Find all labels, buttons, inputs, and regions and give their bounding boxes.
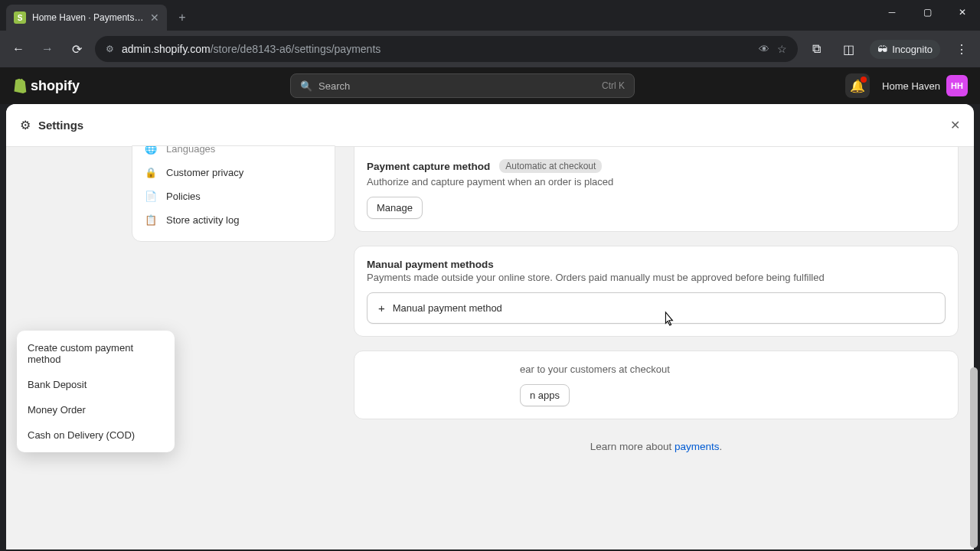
minimize-icon[interactable]: ─ (874, 0, 910, 24)
shopify-favicon: S (14, 11, 26, 24)
store-avatar: HH (946, 75, 968, 96)
dropdown-option-money-order[interactable]: Money Order (17, 397, 175, 422)
customize-desc: ear to your customers at checkout (520, 364, 946, 375)
capture-badge: Automatic at checkout (499, 159, 602, 173)
back-icon[interactable]: ← (8, 38, 29, 60)
site-info-icon[interactable]: ⚙ (106, 44, 114, 54)
tab-title: Home Haven · Payments · Shop (32, 12, 144, 23)
customize-apps-button[interactable]: n apps (520, 384, 570, 406)
settings-title: Settings (38, 119, 83, 132)
reload-icon[interactable]: ⟳ (66, 38, 87, 60)
new-tab-button[interactable]: + (172, 7, 193, 28)
close-tab-icon[interactable]: ✕ (150, 11, 159, 24)
document-icon: 📄 (145, 191, 157, 202)
extensions-icon[interactable]: ⧉ (805, 38, 827, 60)
capture-title: Payment capture method (367, 161, 490, 172)
incognito-chip[interactable]: 🕶 Incognito (870, 40, 940, 59)
incognito-icon: 🕶 (877, 44, 887, 55)
search-shortcut: Ctrl K (602, 80, 625, 91)
manual-method-dropdown: Create custom payment method Bank Deposi… (17, 331, 175, 452)
browser-tab[interactable]: S Home Haven · Payments · Shop ✕ (6, 5, 167, 31)
sidebar-item-label: Store activity log (166, 214, 239, 226)
notifications-button[interactable]: 🔔 (845, 73, 870, 98)
scrollbar-thumb[interactable] (970, 367, 978, 548)
sidebar-item-languages[interactable]: 🌐 Languages (132, 145, 335, 161)
gear-icon: ⚙ (20, 118, 31, 132)
lock-icon: 🔒 (145, 167, 157, 178)
sidebar-item-activity[interactable]: 📋 Store activity log (132, 208, 335, 232)
menu-icon[interactable]: ⋮ (951, 38, 972, 60)
capture-method-card: Payment capture method Automatic at chec… (354, 147, 959, 232)
globe-icon: 🌐 (145, 145, 157, 155)
url-text: admin.shopify.com/store/de8143-a6/settin… (122, 43, 751, 55)
maximize-icon[interactable]: ▢ (910, 0, 945, 24)
payments-link[interactable]: payments (675, 441, 720, 452)
store-menu[interactable]: Home Haven HH (882, 75, 968, 96)
search-input[interactable]: 🔍 Search Ctrl K (290, 73, 635, 98)
dropdown-option-bank[interactable]: Bank Deposit (17, 372, 175, 397)
side-panel-icon[interactable]: ◫ (838, 38, 859, 60)
store-name: Home Haven (882, 80, 940, 92)
sidebar-item-label: Customer privacy (166, 167, 243, 178)
dropdown-option-cod[interactable]: Cash on Delivery (COD) (17, 422, 175, 448)
sidebar-item-policies[interactable]: 📄 Policies (132, 184, 335, 208)
sidebar-item-label: Policies (166, 191, 201, 202)
notification-badge (861, 77, 867, 83)
forward-icon[interactable]: → (37, 38, 58, 60)
customize-card: ear to your customers at checkout n apps (354, 350, 959, 419)
clipboard-icon: 📋 (145, 214, 157, 226)
address-bar[interactable]: ⚙ admin.shopify.com/store/de8143-a6/sett… (95, 36, 798, 62)
learn-more: Learn more about payments. (354, 441, 959, 452)
eye-off-icon[interactable]: 👁 (759, 43, 769, 55)
manage-button[interactable]: Manage (367, 197, 423, 219)
dropdown-option-custom[interactable]: Create custom payment method (17, 335, 175, 372)
shopify-logo[interactable]: shopify (12, 77, 80, 94)
add-manual-method-button[interactable]: + Manual payment method (367, 292, 946, 324)
manual-methods-card: Manual payment methods Payments made out… (354, 246, 959, 337)
capture-desc: Authorize and capture payment when an or… (367, 176, 946, 187)
sidebar-item-privacy[interactable]: 🔒 Customer privacy (132, 161, 335, 184)
sidebar-item-label: Languages (166, 145, 215, 155)
close-window-icon[interactable]: ✕ (945, 0, 980, 24)
search-icon: 🔍 (300, 80, 312, 92)
manual-desc: Payments made outside your online store.… (367, 272, 946, 283)
close-settings-icon[interactable]: ✕ (950, 118, 960, 132)
plus-icon: + (378, 302, 385, 315)
bookmark-icon[interactable]: ☆ (777, 43, 787, 55)
manual-title: Manual payment methods (367, 259, 946, 270)
scrollbar[interactable] (969, 148, 979, 549)
